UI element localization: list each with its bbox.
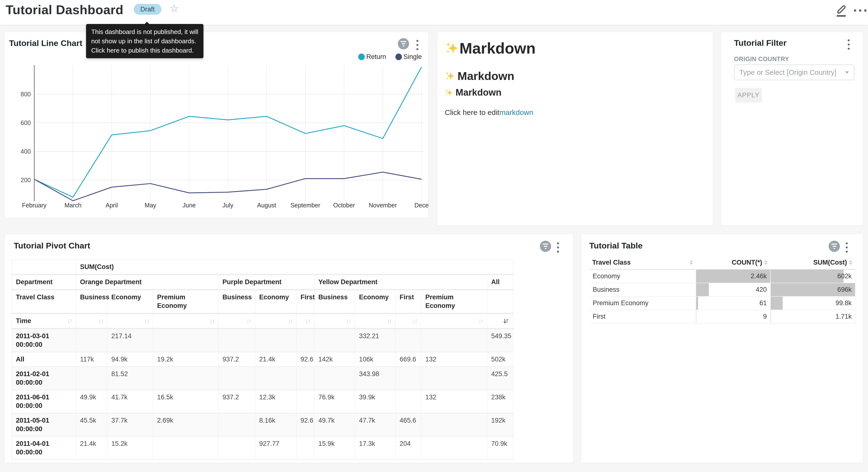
sort-toggle-icon[interactable]: ↓↑	[98, 317, 103, 325]
pivot-cell: 669.6	[395, 352, 421, 367]
column-header-label: COUNT(*)	[732, 259, 762, 266]
pivot-sort-header[interactable]: ↓↑	[107, 314, 153, 329]
pivot-measure-header: SUM(Cost)	[76, 260, 513, 275]
pivot-sort-header[interactable]: Time↓↑	[12, 314, 76, 329]
travel-class-cell: First	[589, 310, 696, 323]
chart-menu-icon[interactable]	[556, 241, 560, 254]
table-row: First91.71k	[589, 310, 855, 323]
travel-class-cell: Business	[589, 283, 696, 296]
chart-menu-icon[interactable]	[845, 241, 849, 254]
pivot-cell	[76, 367, 107, 390]
sort-toggle-icon[interactable]: ↓↑	[287, 317, 292, 325]
pivot-cell	[218, 367, 255, 390]
x-axis-tick-label: June	[182, 202, 196, 209]
filter-indicator-icon[interactable]	[829, 241, 840, 252]
chevron-down-icon	[845, 71, 849, 73]
pivot-cell	[296, 329, 314, 352]
favorite-star-icon[interactable]: ☆	[170, 2, 179, 14]
pivot-cell: 16.5k	[153, 390, 218, 413]
more-actions-icon[interactable]	[854, 9, 867, 12]
pivot-sort-header[interactable]	[487, 314, 513, 329]
filter-indicator-icon[interactable]	[540, 241, 551, 252]
pivot-class-header: First	[296, 290, 314, 314]
sort-toggle-icon[interactable]: ↓↑	[210, 317, 214, 325]
pivot-row-label: All	[12, 352, 76, 367]
pivot-cell: 94.9k	[107, 352, 153, 367]
pivot-sort-header[interactable]: ↓↑	[76, 314, 107, 329]
sort-caret-icon	[764, 260, 768, 265]
pivot-cell	[255, 367, 296, 390]
sum-cell: 1.71k	[770, 310, 855, 323]
table-column-header[interactable]: COUNT(*)	[696, 256, 770, 269]
pivot-cell	[314, 367, 355, 390]
count-cell: 2.46k	[696, 269, 770, 283]
table-row: Premium Economy6199.8k	[589, 296, 855, 310]
page-title: Tutorial Dashboard	[6, 2, 123, 17]
pivot-sort-header[interactable]: ↓↑	[218, 314, 255, 329]
pivot-group-header: All	[487, 275, 513, 290]
pivot-group-header: Yellow Department	[314, 275, 487, 290]
count-cell: 420	[696, 283, 770, 296]
pivot-cell	[314, 329, 355, 352]
pivot-sort-header[interactable]: ↓↑	[355, 314, 395, 329]
y-axis-tick-label: 400	[21, 148, 31, 155]
filter-card-title: Tutorial Filter	[734, 38, 786, 48]
pivot-sort-header[interactable]: ↓↑	[395, 314, 421, 329]
pivot-row: 2011-03-01 00:00:00217.14332.21549.35	[12, 329, 513, 352]
table-column-header[interactable]: Travel Class	[589, 256, 696, 269]
status-badge[interactable]: Draft	[134, 4, 161, 15]
sort-toggle-icon[interactable]: ↓↑	[144, 317, 149, 325]
pivot-cell	[218, 413, 255, 437]
pivot-cell: 12.3k	[255, 390, 296, 413]
sort-toggle-icon[interactable]: ↓↑	[386, 317, 391, 325]
pivot-cell: 47.7k	[355, 413, 395, 437]
pivot-cell: 502k	[487, 352, 513, 367]
pivot-sort-header[interactable]: ↓↑	[421, 314, 487, 329]
pivot-sort-header[interactable]: ↓↑	[153, 314, 218, 329]
apply-button[interactable]: APPLY	[735, 88, 762, 102]
origin-country-select[interactable]: Type or Select [Origin Country]	[734, 65, 854, 80]
pivot-sort-header[interactable]: ↓↑	[296, 314, 314, 329]
edit-dashboard-icon[interactable]	[835, 4, 848, 18]
table-title: Tutorial Table	[589, 241, 643, 250]
pivot-cell	[395, 367, 421, 390]
pivot-cell	[421, 329, 487, 352]
origin-country-label: ORIGIN COUNTRY	[734, 56, 789, 63]
pivot-cell: 132	[421, 352, 487, 367]
pivot-cell: 17.3k	[355, 437, 395, 460]
sort-toggle-icon[interactable]: ↓↑	[305, 317, 310, 325]
pivot-sort-header[interactable]: ↓↑	[255, 314, 296, 329]
pivot-cell: 49.7k	[314, 413, 355, 437]
pivot-class-header: Economy	[107, 290, 153, 314]
pivot-sort-header[interactable]: ↓↑	[314, 314, 355, 329]
pivot-cell: 15.2k	[107, 437, 153, 460]
x-axis-tick-label: November	[369, 202, 397, 209]
pivot-cell: 41.7k	[107, 390, 153, 413]
sparkles-icon	[445, 89, 453, 97]
pivot-cell: 45.5k	[76, 413, 107, 437]
pivot-cell	[296, 367, 314, 390]
pivot-corner-cell	[12, 260, 76, 275]
sort-descending-icon[interactable]	[503, 318, 509, 324]
pivot-time-label: Time	[16, 317, 31, 325]
sort-toggle-icon[interactable]: ↓↑	[67, 317, 72, 325]
sort-toggle-icon[interactable]: ↓↑	[478, 317, 483, 325]
sort-toggle-icon[interactable]: ↓↑	[246, 317, 251, 325]
sum-cell: 99.8k	[770, 296, 855, 310]
filter-menu-icon[interactable]	[847, 38, 850, 51]
sort-toggle-icon[interactable]: ↓↑	[412, 317, 417, 325]
count-cell: 9	[696, 310, 770, 323]
pivot-cell	[76, 329, 107, 352]
x-axis-tick-label: October	[333, 202, 355, 209]
table-row: Economy2.46k602k	[589, 269, 855, 283]
pivot-cell	[395, 329, 421, 352]
sort-toggle-icon[interactable]: ↓↑	[346, 317, 351, 325]
x-axis-tick-label: March	[65, 202, 82, 209]
pivot-cell	[421, 437, 487, 460]
markdown-link[interactable]: markdown	[499, 108, 533, 117]
tooltip-line: not show up in the list of dashboards.	[91, 36, 198, 46]
pivot-class-header	[487, 290, 513, 314]
y-axis-tick-label: 800	[21, 91, 31, 97]
table-column-header[interactable]: SUM(Cost)	[770, 256, 855, 269]
pivot-class-header: Business	[218, 290, 255, 314]
